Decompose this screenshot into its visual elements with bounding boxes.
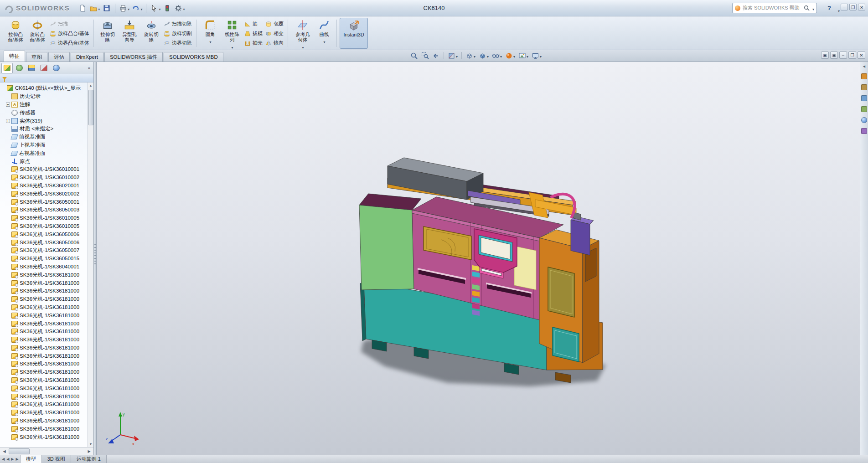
bottom-tab[interactable]: 模型 [20, 455, 42, 463]
tree-expander[interactable] [6, 395, 10, 399]
chevron-down-icon[interactable] [323, 37, 326, 45]
tree-item[interactable]: 传感器 [0, 108, 87, 117]
splitter-grip[interactable] [94, 244, 96, 264]
tree-expander[interactable] [6, 362, 10, 366]
swept-boss-button[interactable]: 扫描 [48, 20, 91, 28]
chevron-down-icon[interactable] [231, 42, 233, 51]
tree-item[interactable]: 上视基准面 [0, 141, 87, 149]
tree-expander[interactable] [1, 86, 5, 90]
shell-button[interactable]: 抽壳 [243, 39, 264, 47]
tree-expander[interactable] [6, 346, 10, 350]
chevron-down-icon[interactable] [513, 51, 515, 60]
tree-expander[interactable] [6, 297, 10, 301]
lofted-cut-button[interactable]: 放样切割 [162, 30, 193, 37]
tab-dimxpertmanager[interactable] [38, 63, 50, 73]
tree-item[interactable]: SK36光机-1/SK36181000 [0, 368, 87, 376]
tree-expander[interactable] [6, 402, 10, 406]
lofted-boss-button[interactable]: 放样凸台/基体 [48, 30, 91, 37]
tree-expander[interactable] [6, 386, 10, 391]
tree-expander[interactable] [6, 208, 10, 212]
new-document-button[interactable] [77, 2, 88, 14]
help-button[interactable]: ? [825, 4, 833, 13]
tree-expander[interactable] [6, 127, 10, 131]
tree-item[interactable]: SK36光机-1/SK36050006 [0, 238, 87, 247]
tree-item[interactable]: SK36光机-1/SK36181000 [0, 279, 87, 287]
boundary-boss-button[interactable]: 边界凸台/基体 [48, 39, 91, 47]
close-button[interactable] [858, 4, 865, 10]
tab-configurationmanager[interactable] [26, 63, 37, 73]
chevron-down-icon[interactable] [526, 51, 528, 60]
tree-expander[interactable] [6, 192, 10, 196]
tree-item[interactable]: SK36光机-1/SK36181000 [0, 304, 87, 312]
apply-scene-button[interactable] [517, 51, 529, 60]
view-settings-button[interactable] [531, 51, 542, 60]
tree-expander[interactable] [6, 216, 10, 220]
scroll-right-icon[interactable] [86, 448, 93, 454]
tree-item[interactable]: SK36光机-1/SK36181000 [0, 425, 87, 433]
tree-item[interactable]: 右视基准面 [0, 149, 87, 157]
tree-expander[interactable]: + [6, 103, 10, 107]
scroll-up-icon[interactable] [88, 82, 94, 88]
tree-item[interactable]: SK36光机-1/SK36020001 [0, 182, 87, 190]
select-button[interactable] [149, 2, 161, 14]
tree-item[interactable]: SK36光机-1/SK36050003 [0, 206, 87, 214]
last-tab-icon[interactable] [16, 457, 18, 461]
tree-expander[interactable] [6, 338, 10, 342]
command-tab[interactable]: SOLIDWORKS MBD [164, 52, 223, 62]
edit-appearance-button[interactable] [504, 51, 516, 60]
tree-item[interactable]: CK6140 (默认<<默认>_显示 [0, 84, 87, 93]
more-tabs-chevron-icon[interactable] [88, 66, 92, 71]
first-tab-icon[interactable] [2, 457, 5, 461]
appearances-icon[interactable] [861, 117, 867, 123]
design-library-icon[interactable] [861, 84, 867, 90]
doc-minimize-button[interactable] [839, 51, 847, 59]
chevron-down-icon[interactable] [209, 37, 212, 45]
tree-item[interactable]: SK36光机-1/SK36181000 [0, 328, 87, 336]
tree-expander[interactable] [6, 143, 10, 147]
restore-button[interactable] [849, 4, 857, 10]
tree-expander[interactable] [6, 94, 10, 98]
tree-item[interactable]: 前视基准面 [0, 133, 87, 141]
tree-expander[interactable] [6, 224, 10, 228]
fillet-button[interactable]: 圆角 [199, 18, 221, 49]
tab-featuremanager[interactable] [1, 63, 13, 73]
tree-item[interactable]: SK36光机-1/SK36050006 [0, 230, 87, 238]
tree-item[interactable]: SK36光机-1/SK36181000 [0, 376, 87, 385]
scroll-left-icon[interactable] [1, 448, 8, 454]
command-tab[interactable]: 草图 [26, 52, 47, 62]
custom-properties-icon[interactable] [861, 128, 867, 134]
undo-button[interactable] [131, 2, 143, 14]
tree-expander[interactable] [6, 289, 10, 293]
display-style-button[interactable] [478, 51, 490, 60]
command-tab[interactable]: DimXpert [71, 52, 103, 62]
search-scope-dropdown-icon[interactable] [812, 4, 814, 12]
tree-expander[interactable] [6, 273, 10, 277]
tree-item[interactable]: SK36光机-1/SK36181000 [0, 433, 87, 441]
tree-item[interactable]: SK36光机-1/SK36181000 [0, 392, 87, 401]
tree-expander[interactable] [6, 167, 10, 171]
tree-expander[interactable] [6, 305, 10, 309]
rebuild-button[interactable] [162, 2, 173, 14]
tree-vertical-scrollbar[interactable] [88, 82, 93, 447]
intersect-button[interactable]: 相交 [264, 30, 285, 37]
view-orientation-button[interactable] [465, 51, 476, 60]
split-window-button[interactable] [821, 51, 829, 59]
command-tab[interactable]: 评估 [48, 52, 70, 62]
extruded-cut-button[interactable]: 拉伸切 除 [97, 18, 119, 49]
scrollbar-thumb[interactable] [88, 90, 93, 125]
minimize-button[interactable] [841, 4, 848, 10]
tree-item[interactable]: SK36光机-1/SK36050001 [0, 198, 87, 206]
tree-item[interactable]: SK36光机-1/SK36181000 [0, 336, 87, 344]
tree-expander[interactable] [6, 419, 10, 423]
tree-expander[interactable] [6, 159, 10, 164]
command-tab[interactable]: 特征 [4, 51, 25, 62]
search-box[interactable]: 搜索 SOLIDWORKS 帮助 [732, 3, 817, 13]
tree-expander[interactable] [6, 232, 10, 237]
new-window-button[interactable] [830, 51, 838, 59]
tree-expander[interactable] [6, 378, 10, 382]
search-input[interactable]: 搜索 SOLIDWORKS 帮助 [743, 5, 801, 11]
bottom-tab[interactable]: 3D 视图 [41, 455, 71, 463]
chevron-down-icon[interactable] [486, 51, 489, 60]
tree-expander[interactable] [6, 200, 10, 204]
tree-item[interactable]: SK36光机-1/SK36050015 [0, 255, 87, 263]
